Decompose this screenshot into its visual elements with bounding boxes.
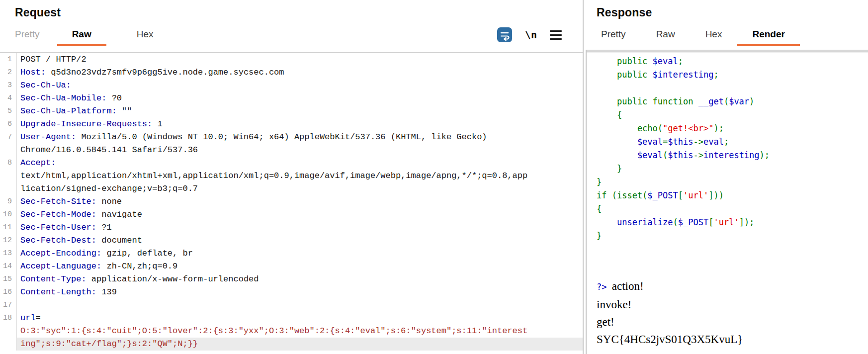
request-line[interactable]: 17: [0, 299, 583, 312]
text-segment: Content-Type:: [20, 274, 87, 284]
text-segment: q5d3no23vdz7smfv9p6gg5ive.node.game.sycs…: [46, 68, 284, 77]
text-segment: [: [708, 217, 713, 227]
line-number: 16: [0, 286, 17, 299]
text-segment: ing";s:9:"cat+/flag";}s:2:"QW";N;}}: [20, 339, 198, 349]
request-line-text: Sec-Ch-Ua:: [17, 79, 583, 92]
request-panel: Request PrettyRawHex \n 1POST / HTTP/22H…: [0, 0, 583, 354]
request-line[interactable]: ing";s:9:"cat+/flag";}s:2:"QW";N;}}: [0, 338, 583, 351]
text-segment: unserialize: [597, 217, 673, 227]
text-segment: 'url': [713, 217, 739, 227]
request-line[interactable]: 18url=: [0, 312, 583, 325]
request-line[interactable]: 2Host: q5d3no23vdz7smfv9p6gg5ive.node.ga…: [0, 66, 583, 79]
text-segment: Host:: [20, 68, 46, 77]
request-line[interactable]: 15Content-Type: application/x-www-form-u…: [0, 273, 583, 286]
text-segment: $interesting: [653, 70, 714, 80]
request-line[interactable]: 11Sec-Fetch-User: ?1: [0, 221, 583, 234]
code-line: $eval=$this->eval;: [597, 135, 868, 149]
request-header: Request PrettyRawHex \n: [0, 0, 583, 53]
text-segment: ])): [708, 190, 724, 200]
line-number: 4: [0, 92, 17, 105]
text-segment: (: [724, 96, 729, 106]
text-segment: __get: [698, 96, 724, 106]
request-line[interactable]: 3Sec-Ch-Ua:: [0, 79, 583, 92]
tab-raw[interactable]: Raw: [72, 29, 91, 40]
text-segment: Sec-Fetch-Site:: [20, 197, 96, 206]
request-line[interactable]: 6Upgrade-Insecure-Requests: 1: [0, 118, 583, 131]
text-segment: gzip, deflate, br: [101, 249, 193, 258]
code-line: public $interesting;: [597, 68, 868, 82]
request-line[interactable]: lication/signed-exchange;v=b3;q=0.7: [0, 182, 583, 195]
line-number: 11: [0, 221, 17, 234]
text-segment: application/x-www-form-urlencoded: [87, 274, 259, 284]
hamburger-menu-icon[interactable]: [550, 29, 562, 41]
code-line: $eval($this->interesting);: [597, 149, 868, 162]
text-segment: {: [597, 110, 622, 120]
request-line-text: Sec-Ch-Ua-Mobile: ?0: [17, 92, 583, 105]
request-line[interactable]: 8Accept:: [0, 157, 583, 170]
code-line: {: [597, 202, 868, 216]
tab-pretty[interactable]: Pretty: [15, 29, 40, 40]
request-line[interactable]: 4Sec-Ch-Ua-Mobile: ?0: [0, 92, 583, 105]
text-segment: User-Agent:: [20, 132, 76, 142]
request-line[interactable]: 14Accept-Language: zh-CN,zh;q=0.9: [0, 260, 583, 273]
request-toolbar: \n: [497, 27, 562, 42]
text-segment: Sec-Ch-Ua-Mobile:: [20, 93, 106, 103]
tab-raw[interactable]: Raw: [656, 29, 675, 40]
request-line-text: Sec-Fetch-Site: none: [17, 195, 583, 208]
text-segment: Chrome/116.0.5845.141 Safari/537.36: [20, 145, 198, 155]
text-segment: Upgrade-Insecure-Requests:: [20, 119, 152, 129]
line-number: [0, 182, 17, 195]
text-segment: ?>: [597, 282, 612, 292]
request-editor[interactable]: 1POST / HTTP/22Host: q5d3no23vdz7smfv9p6…: [0, 53, 583, 354]
request-line[interactable]: 9Sec-Fetch-Site: none: [0, 195, 583, 208]
text-segment: ;: [724, 137, 729, 147]
request-line-text: text/html,application/xhtml+xml,applicat…: [17, 170, 583, 182]
request-line[interactable]: text/html,application/xhtml+xml,applicat…: [0, 170, 583, 182]
text-segment: invoke!: [597, 298, 631, 311]
request-tabs: PrettyRawHex: [15, 29, 154, 40]
request-line[interactable]: 10Sec-Fetch-Mode: navigate: [0, 208, 583, 221]
text-segment: ->: [694, 137, 703, 147]
line-number: 10: [0, 208, 17, 221]
code-line: }: [597, 176, 868, 189]
line-number: 12: [0, 234, 17, 247]
text-segment: 'url': [683, 190, 708, 200]
request-line-text: Chrome/116.0.5845.141 Safari/537.36: [17, 144, 583, 157]
text-segment: $eval: [597, 137, 663, 147]
text-segment: lication/signed-exchange;v=b3;q=0.7: [20, 184, 198, 193]
text-segment: ;: [678, 56, 683, 66]
tab-render[interactable]: Render: [752, 29, 784, 40]
line-number: 18: [0, 312, 17, 325]
text-segment: =: [663, 137, 668, 147]
text-segment: interesting: [703, 150, 760, 160]
request-line[interactable]: 5Sec-Ch-Ua-Platform: "": [0, 105, 583, 118]
request-line[interactable]: 16Content-Length: 139: [0, 286, 583, 299]
line-number: [0, 338, 17, 351]
text-segment: }: [597, 231, 602, 241]
request-line-text: User-Agent: Mozilla/5.0 (Windows NT 10.0…: [17, 131, 583, 144]
line-number: 9: [0, 195, 17, 208]
tab-hex[interactable]: Hex: [705, 29, 722, 40]
newline-toggle[interactable]: \n: [525, 29, 537, 41]
request-line[interactable]: 7User-Agent: Mozilla/5.0 (Windows NT 10.…: [0, 131, 583, 144]
request-line[interactable]: 13Accept-Encoding: gzip, deflate, br: [0, 247, 583, 260]
request-line-text: Content-Length: 139: [17, 286, 583, 299]
render-frame: public $eval; public $interesting; publi…: [586, 50, 868, 354]
text-segment: );: [760, 150, 770, 160]
tab-pretty[interactable]: Pretty: [601, 29, 626, 40]
text-segment: 139: [96, 287, 117, 297]
request-line[interactable]: 12Sec-Fetch-Dest: document: [0, 234, 583, 247]
text-segment: "": [117, 106, 132, 116]
request-line[interactable]: 1POST / HTTP/2: [0, 53, 583, 66]
word-wrap-icon[interactable]: [497, 27, 512, 42]
tab-hex[interactable]: Hex: [137, 29, 154, 40]
line-number: [0, 170, 17, 182]
request-line[interactable]: O:3:"syc":1:{s:4:"cuit";O:5:"lover":2:{s…: [0, 325, 583, 338]
line-number: [0, 325, 17, 338]
text-segment: $eval: [653, 56, 678, 66]
text-segment: public: [597, 70, 653, 80]
text-segment: ]);: [739, 217, 755, 227]
request-line[interactable]: Chrome/116.0.5845.141 Safari/537.36: [0, 144, 583, 157]
code-line: public $eval;: [597, 55, 868, 68]
text-segment: if (isset(: [597, 190, 647, 200]
